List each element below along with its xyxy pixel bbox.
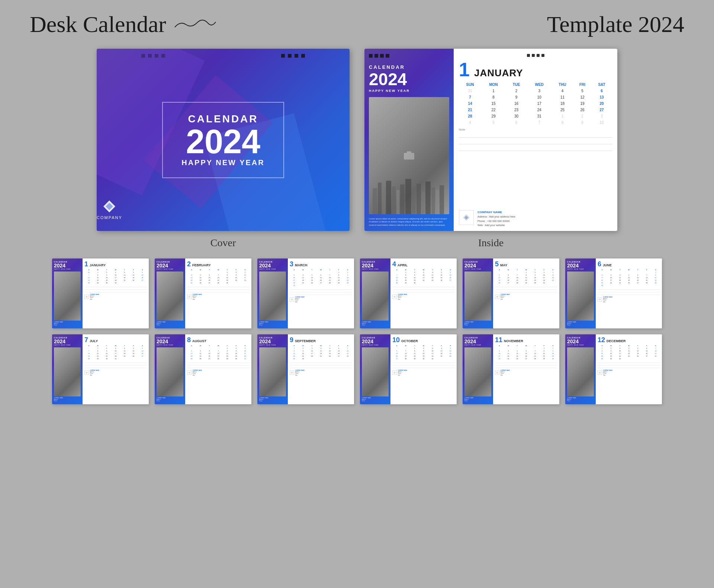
punch-hole bbox=[374, 54, 378, 58]
thumb-cal-sub: HAPPY NEW YEAR bbox=[464, 269, 491, 270]
thumb-left-panel: CALENDAR 2024 HAPPY NEW YEAR COMPANY NAM… bbox=[360, 334, 390, 404]
thumb-logo-box bbox=[495, 370, 499, 375]
thumb-company-name: COMPANY NAME bbox=[295, 296, 305, 298]
thumb-logo-box bbox=[598, 297, 602, 302]
thumb-note-line bbox=[598, 361, 660, 363]
thumb-bottom-info: COMPANY NAMEAddressPhone bbox=[54, 398, 81, 402]
thumb-note-line bbox=[392, 285, 455, 287]
thumb-month-name: OCTOBER bbox=[401, 339, 418, 343]
thumb-note-line bbox=[495, 361, 557, 363]
thumb-note-line bbox=[187, 364, 250, 366]
thumb-left-panel: CALENDAR 2024 HAPPY NEW YEAR COMPANY NAM… bbox=[257, 334, 288, 404]
thumb-month-header: 7 JULY bbox=[84, 337, 147, 343]
thumb-note-line bbox=[598, 293, 660, 295]
svg-marker-30 bbox=[291, 372, 293, 374]
thumb-cal-year: 2024 bbox=[259, 339, 286, 344]
thumb-cal-year: 2024 bbox=[362, 263, 389, 269]
thumb-note-line bbox=[290, 361, 352, 363]
thumb-cal-year: 2024 bbox=[464, 339, 491, 344]
thumb-note-line bbox=[290, 293, 352, 295]
thumb-bottom-info: COMPANY NAMEAddressPhone bbox=[567, 398, 594, 402]
inside-photo bbox=[369, 97, 449, 214]
svg-marker-33 bbox=[599, 372, 601, 374]
thumbnail-january: CALENDAR 2024 HAPPY NEW YEAR COMPANY NAM… bbox=[52, 258, 149, 328]
thumb-calendar-table: SMTWTFS 31123456789101112131415161718192… bbox=[84, 269, 147, 284]
thumb-company-name: COMPANY NAME bbox=[193, 370, 202, 371]
inside-cal-label: CALENDAR bbox=[369, 64, 449, 70]
inside-left-body-text: Lorem ipsum dolor sit amet, consectetur … bbox=[369, 217, 449, 226]
thumb-bottom-info: COMPANY NAMEAddressPhone bbox=[464, 322, 491, 326]
thumb-calendar-table: SMTWTFS 12345678910111213141516171819202… bbox=[495, 269, 557, 284]
thumb-photo bbox=[362, 271, 389, 321]
thumb-right-panel: 3 MARCH SMTWTFS 123456789101112131415161… bbox=[288, 258, 354, 328]
thumb-right-panel: 12 DECEMBER SMTWTFS 12345678910111213141… bbox=[596, 334, 662, 404]
company-info: COMPANY NAME Address : Add your address … bbox=[477, 210, 515, 227]
thumb-note bbox=[392, 361, 455, 368]
thumb-month-num: 9 bbox=[290, 337, 293, 343]
thumb-note-line bbox=[187, 366, 250, 368]
cover-card: CALENDAR 2024 HAPPY NEW YEAR COMPANY bbox=[97, 49, 350, 231]
svg-marker-24 bbox=[291, 298, 293, 301]
thumbnail-july: CALENDAR 2024 HAPPY NEW YEAR COMPANY NAM… bbox=[52, 334, 149, 404]
thumb-calendar-table: SMTWTFS 12345678910111213141516171819202… bbox=[392, 344, 455, 360]
company-web: Web : Add your website bbox=[477, 223, 515, 227]
thumb-note-line bbox=[84, 285, 147, 287]
thumb-left-panel: CALENDAR 2024 HAPPY NEW YEAR COMPANY NAM… bbox=[155, 258, 185, 328]
thumb-note bbox=[187, 361, 250, 368]
punch-hole bbox=[380, 54, 384, 58]
thumb-month-num: 12 bbox=[598, 337, 605, 343]
svg-rect-15 bbox=[422, 192, 425, 214]
thumb-month-num: 10 bbox=[392, 337, 400, 343]
thumb-month-header: 5 MAY bbox=[495, 261, 557, 267]
thumb-logo-icon bbox=[598, 298, 601, 301]
thumb-month-name: MARCH bbox=[295, 263, 308, 267]
note-line bbox=[459, 146, 612, 151]
company-logo-icon bbox=[463, 214, 470, 221]
thumb-month-header: 4 APRIL bbox=[392, 261, 455, 267]
thumb-month-name: JULY bbox=[90, 339, 98, 343]
thumb-footer: COMPANY NAME AddressPhoneWeb bbox=[495, 294, 557, 300]
thumb-photo bbox=[567, 347, 594, 396]
thumb-month-header: 6 JUNE bbox=[598, 261, 660, 267]
thumb-company-name: COMPANY NAME bbox=[90, 294, 99, 295]
thumb-left-panel: CALENDAR 2024 HAPPY NEW YEAR COMPANY NAM… bbox=[565, 258, 596, 328]
city-silhouette bbox=[369, 115, 449, 214]
punch-hole bbox=[369, 54, 373, 58]
thumb-note bbox=[598, 288, 660, 295]
thumb-footer: COMPANY NAME AddressPhoneWeb bbox=[187, 294, 250, 300]
thumb-photo bbox=[464, 347, 491, 396]
note-line bbox=[459, 132, 612, 138]
thumbnail-march: CALENDAR 2024 HAPPY NEW YEAR COMPANY NAM… bbox=[257, 258, 354, 328]
svg-rect-5 bbox=[373, 188, 377, 214]
thumb-note-line bbox=[495, 288, 557, 290]
svg-marker-23 bbox=[188, 296, 190, 298]
svg-marker-29 bbox=[188, 372, 190, 374]
svg-rect-11 bbox=[400, 184, 405, 214]
thumb-footer: COMPANY NAME AddressPhoneWeb bbox=[84, 294, 147, 300]
thumb-note-line bbox=[598, 290, 660, 292]
thumb-note-line bbox=[495, 366, 557, 368]
thumb-right-panel: 2 FEBRUARY SMTWTFS 123456789101112131415… bbox=[185, 258, 251, 328]
thumb-cal-year: 2024 bbox=[157, 339, 183, 344]
main-preview: CALENDAR 2024 HAPPY NEW YEAR COMPANY CA bbox=[0, 45, 714, 231]
svg-rect-12 bbox=[405, 179, 411, 214]
thumb-company-info: COMPANY NAME AddressPhoneWeb bbox=[90, 370, 99, 376]
thumb-company-name: COMPANY NAME bbox=[501, 370, 510, 371]
thumb-left-panel: CALENDAR 2024 HAPPY NEW YEAR COMPANY NAM… bbox=[565, 334, 596, 404]
thumb-note-line bbox=[495, 285, 557, 287]
cover-subtitle: HAPPY NEW YEAR bbox=[181, 158, 265, 167]
inside-right-punch bbox=[459, 54, 612, 57]
thumb-note-line bbox=[495, 364, 557, 366]
thumb-note-line bbox=[84, 288, 147, 290]
thumb-note-line bbox=[290, 290, 352, 292]
thumb-cal-sub: HAPPY NEW YEAR bbox=[362, 344, 389, 346]
thumb-bottom-info: COMPANY NAMEAddressPhone bbox=[259, 322, 286, 326]
thumb-note bbox=[84, 361, 147, 368]
cover-content: CALENDAR 2024 HAPPY NEW YEAR bbox=[97, 49, 350, 231]
thumb-note bbox=[495, 361, 557, 368]
thumb-bottom-info: COMPANY NAMEAddressPhone bbox=[157, 398, 183, 402]
thumbnail-december: CALENDAR 2024 HAPPY NEW YEAR COMPANY NAM… bbox=[565, 334, 662, 404]
thumbnail-april: CALENDAR 2024 HAPPY NEW YEAR COMPANY NAM… bbox=[360, 258, 457, 328]
cover-logo: COMPANY bbox=[97, 200, 122, 220]
svg-marker-25 bbox=[393, 296, 396, 298]
